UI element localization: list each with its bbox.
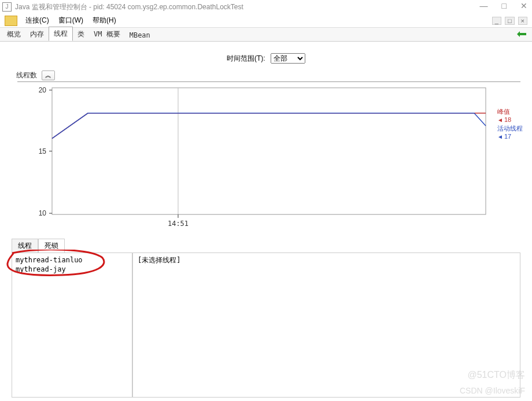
ytick-15: 15 [39,147,47,155]
ytick-20: 20 [39,86,47,94]
thread-item[interactable]: mythread-tianluo [16,255,128,265]
tab-overview[interactable]: 概览 [2,28,25,41]
inner-close-button[interactable]: × [518,17,527,25]
detail-placeholder: [未选择线程] [138,256,180,264]
time-range-label: 时间范围(T): [227,54,265,62]
app-icon: J [2,2,12,12]
chart-collapse-button[interactable]: ︽ [42,70,55,80]
legend-peak-label: 峰值 [497,107,523,116]
maximize-button[interactable]: □ [502,1,507,10]
xtick-1451: 14:51 [168,220,189,228]
titlebar: J Java 监视和管理控制台 - pid: 45024 com.ysg2.ep… [0,0,532,14]
tab-vm-summary[interactable]: VM 概要 [89,28,125,41]
ytick-10: 10 [39,209,47,217]
chart-legend: 峰值 ◄18 活动线程 ◄17 [497,107,523,141]
tab-mbean[interactable]: MBean [125,29,155,41]
content-area: 时间范围(T): 全部 线程数 ︽ 20 15 10 14:51 [0,42,532,398]
time-range-select[interactable]: 全部 [271,53,305,64]
connection-icon [5,16,17,26]
legend-peak-marker: ◄ [497,117,503,123]
thread-list[interactable]: mythread-tianluo mythread-jay [12,253,132,397]
tab-threads[interactable]: 线程 [49,27,73,41]
minimize-button[interactable]: — [480,1,488,10]
inner-minimize-button[interactable]: _ [492,17,501,25]
svg-marker-0 [517,31,526,37]
inner-maximize-button[interactable]: □ [505,17,515,25]
main-tabbar: 概览 内存 线程 类 VM 概要 MBean [0,28,532,42]
menu-connect[interactable]: 连接(C) [22,14,53,27]
bottom-tabbar: 线程 死锁 [12,239,520,253]
menu-help[interactable]: 帮助(H) [89,14,120,27]
series-peak [52,113,486,139]
menu-window[interactable]: 窗口(W) [55,14,87,27]
thread-chart: 20 15 10 14:51 峰值 ◄18 活动线程 ◄17 [17,81,520,232]
thread-item[interactable]: mythread-jay [16,265,128,274]
tab-memory[interactable]: 内存 [25,28,49,41]
watermark-csdn: CSDN @IloveskiF [460,386,525,395]
watermark-51cto: @51CTO博客 [467,369,525,381]
chart-title: 线程数 [16,70,37,80]
thread-detail-pane: [未选择线程] [132,253,520,397]
close-button[interactable]: ✕ [520,1,527,10]
svg-rect-1 [52,88,486,214]
menubar: 连接(C) 窗口(W) 帮助(H) _ □ × [0,14,532,28]
series-live [52,113,486,139]
bottom-tab-deadlock[interactable]: 死锁 [38,239,65,253]
chart-header: 线程数 ︽ [16,70,526,80]
legend-live-label: 活动线程 [497,124,523,132]
inner-window-controls: _ □ × [492,17,527,25]
chart-svg: 20 15 10 14:51 [17,82,520,232]
legend-live-marker: ◄ [497,133,503,140]
bottom-tab-threads[interactable]: 线程 [12,239,38,253]
legend-peak-value: 18 [504,116,511,123]
legend-live-value: 17 [504,133,511,140]
window-controls: — □ ✕ [480,1,527,10]
connection-status-icon [517,30,526,38]
tab-classes[interactable]: 类 [73,28,89,41]
bottom-split: mythread-tianluo mythread-jay [未选择线程] [12,253,520,398]
time-range-row: 时间范围(T): 全部 [6,49,526,70]
window-title: Java 监视和管理控制台 - pid: 45024 com.ysg2.ep.c… [15,2,243,12]
